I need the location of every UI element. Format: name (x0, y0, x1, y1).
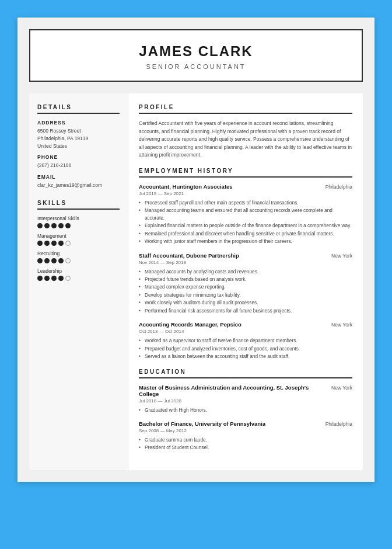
edu-bullets-0: Graduated with High Honors. (139, 406, 352, 414)
dot-empty (65, 258, 71, 263)
bullet: Remained professional and discreet when … (139, 230, 352, 237)
bullet: Working with junior staff members in the… (139, 238, 352, 245)
edu-bullets-1: Graduate summa cum laude. President of S… (139, 436, 352, 451)
bullet: Graduated with High Honors. (139, 406, 352, 414)
resume-wrapper: JAMES CLARK SENIOR ACCOUNTANT DETAILS AD… (18, 18, 374, 482)
skill-dots-0 (37, 223, 120, 228)
dot (37, 258, 43, 263)
job-bullets-0: Processed staff payroll and other main a… (139, 199, 352, 245)
profile-section: PROFILE Certified Accountant with five y… (139, 104, 352, 159)
address-label: ADDRESS (37, 120, 120, 126)
details-section: DETAILS ADDRESS 6500 Rossey StreetPhilad… (37, 104, 120, 189)
bullet: Managed complex expense reporting. (139, 283, 352, 290)
email-text: clar_kz_james19@gmail.com (37, 182, 120, 189)
dot (37, 241, 43, 246)
employment-title: EMPLOYMENT HISTORY (139, 168, 352, 178)
edu-title-1: Bachelor of Finance, University of Penns… (139, 421, 326, 427)
details-title: DETAILS (37, 104, 120, 114)
job-title-1: Staff Accountant, Dubone Partnership (139, 252, 239, 259)
job-entry-0: Accountant, Huntington Associates Philad… (139, 183, 352, 245)
dot (65, 223, 71, 228)
edu-header-1: Bachelor of Finance, University of Penns… (139, 421, 352, 427)
dot (44, 241, 50, 246)
bullet: Managed accounts by analyzing costs and … (139, 268, 352, 275)
bullet: Served as a liaison between the accounti… (139, 353, 352, 360)
dot (58, 223, 64, 228)
job-header-1: Staff Accountant, Dubone Partnership New… (139, 252, 352, 259)
dot (51, 276, 57, 281)
right-column: PROFILE Certified Accountant with five y… (128, 93, 363, 470)
job-header-0: Accountant, Huntington Associates Philad… (139, 183, 352, 190)
profile-title: PROFILE (139, 104, 352, 114)
education-section: EDUCATION Master of Business Administrat… (139, 369, 352, 451)
dot (44, 276, 50, 281)
skills-section: SKILLS Interpersonal Skills Management (37, 200, 120, 281)
skill-dots-2 (37, 258, 120, 263)
edu-location-0: New York (331, 385, 352, 391)
bullet: Processed staff payroll and other main a… (139, 199, 352, 206)
dot (58, 241, 64, 246)
job-location-2: New York (331, 322, 352, 328)
dot (51, 223, 57, 228)
job-title-2: Accounting Records Manager, Pepsico (139, 321, 242, 328)
edu-entry-1: Bachelor of Finance, University of Penns… (139, 421, 352, 451)
job-header-2: Accounting Records Manager, Pepsico New … (139, 321, 352, 328)
edu-dates-1: Sep 2008 — May 2012 (139, 428, 352, 433)
bullet: Explained financial matters to people ou… (139, 222, 352, 229)
header-name: JAMES CLARK (48, 43, 344, 60)
education-title: EDUCATION (139, 369, 352, 378)
edu-dates-0: Jul 2018 — Jul 2020 (139, 398, 352, 404)
phone-label: PHONE (37, 154, 120, 160)
dot-empty (65, 241, 71, 246)
job-title-0: Accountant, Huntington Associates (139, 183, 233, 190)
dot (44, 258, 50, 263)
edu-title-0: Master of Business Administration and Ac… (139, 384, 331, 397)
dot (37, 223, 43, 228)
bullet: Managed accounting teams and ensured tha… (139, 207, 352, 221)
left-column: DETAILS ADDRESS 6500 Rossey StreetPhilad… (29, 93, 128, 470)
bullet: Projected future trends based on analysi… (139, 276, 352, 283)
skill-name-3: Leadership (37, 268, 120, 274)
dot (58, 276, 64, 281)
dot (58, 258, 64, 263)
phone-text: (267) 216-2188 (37, 162, 120, 169)
header-box: JAMES CLARK SENIOR ACCOUNTANT (29, 29, 363, 82)
dot (51, 241, 57, 246)
dot (51, 258, 57, 263)
edu-header-0: Master of Business Administration and Ac… (139, 384, 352, 397)
dot (37, 276, 43, 281)
job-bullets-1: Managed accounts by analyzing costs and … (139, 268, 352, 315)
bullet: Work closely with auditors during all au… (139, 299, 352, 306)
edu-entry-0: Master of Business Administration and Ac… (139, 384, 352, 414)
bullet: Develop strategies for minimizing tax li… (139, 291, 352, 298)
job-bullets-2: Worked as a supervisor to staff of twelv… (139, 337, 352, 360)
resume-body: DETAILS ADDRESS 6500 Rossey StreetPhilad… (29, 93, 363, 470)
skill-dots-1 (37, 241, 120, 246)
skills-title: SKILLS (37, 200, 120, 210)
job-entry-1: Staff Accountant, Dubone Partnership New… (139, 252, 352, 315)
bullet: Performed financial risk assessments for… (139, 307, 352, 314)
job-location-1: New York (331, 253, 352, 259)
skill-name-0: Interpersonal Skills (37, 216, 120, 221)
email-label: EMAIL (37, 174, 120, 180)
skill-name-1: Management (37, 233, 120, 239)
profile-text: Certified Accountant with five years of … (139, 120, 352, 159)
dot-empty (65, 276, 71, 281)
edu-location-1: Philadelphia (326, 421, 352, 427)
bullet: Prepared budget and analyzed inventories… (139, 345, 352, 352)
employment-section: EMPLOYMENT HISTORY Accountant, Huntingto… (139, 168, 352, 360)
bullet: Graduate summa cum laude. (139, 436, 352, 443)
address-text: 6500 Rossey StreetPhiladelphia, PA 19119… (37, 127, 120, 150)
job-dates-1: Nov 2014 — Sep 2018 (139, 260, 352, 265)
job-entry-2: Accounting Records Manager, Pepsico New … (139, 321, 352, 360)
header-title: SENIOR ACCOUNTANT (48, 63, 344, 70)
dot (44, 223, 50, 228)
bullet: Worked as a supervisor to staff of twelv… (139, 337, 352, 344)
bullet: President of Student Counsel. (139, 444, 352, 451)
skill-dots-3 (37, 276, 120, 281)
job-location-0: Philadelphia (326, 184, 352, 190)
job-dates-0: Jul 2019 — Sep 2021 (139, 191, 352, 196)
job-dates-2: Oct 2013 — Oct 2014 (139, 329, 352, 334)
skill-name-2: Recruiting (37, 251, 120, 256)
